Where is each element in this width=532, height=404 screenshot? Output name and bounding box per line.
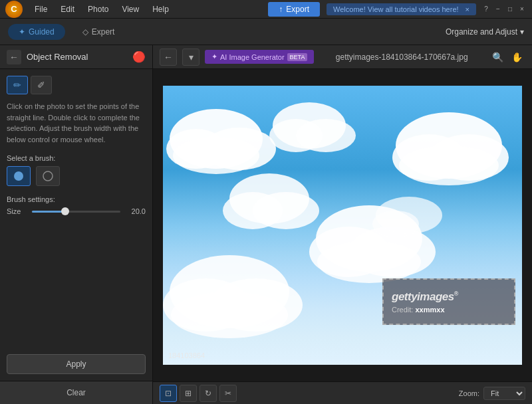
brush-tools: ✏ ✐ [7,76,146,94]
brush-option-2[interactable] [36,166,60,186]
notification-bar: Welcome! View all tutorial videos here! … [327,3,476,15]
panel-close-button[interactable]: 🔴 [132,50,146,63]
slider-thumb[interactable] [61,207,69,215]
watermark-box: gettyimages® Credit: xxmmxx [382,278,515,325]
menu-help[interactable]: Help [146,2,176,17]
minimize-button[interactable]: − [493,5,503,14]
photo-container: gettyimages® Credit: xxmmxx 184103864 [163,86,522,365]
notification-close[interactable]: × [466,5,469,13]
guided-mode-button[interactable]: ✦ Guided [8,24,65,40]
size-slider-row: Size 20.0 [7,207,146,215]
left-panel: ← Object Removal 🔴 ✏ ✐ Click on the phot… [0,45,153,404]
export-button[interactable]: Export [268,2,320,17]
bottom-toolbar: ⊡ ⊞ ↻ ✂ Zoom: Fit 25% 50% 75% 100% 150% … [153,381,532,404]
trademark-icon: ® [454,290,458,297]
slider-fill [32,211,63,213]
zoom-row: Zoom: Fit 25% 50% 75% 100% 150% 200% [459,387,525,400]
brush-soft-icon [41,169,55,183]
menu-view[interactable]: View [115,2,146,17]
panel-header: ← Object Removal 🔴 [0,45,152,69]
svg-point-0 [14,171,23,181]
clear-button[interactable]: Clear [0,381,152,404]
guided-label: Guided [29,27,55,37]
panel-content: ✏ ✐ Click on the photo to set the points… [0,69,152,354]
beta-badge: BETA [287,53,308,61]
zoom-select[interactable]: Fit 25% 50% 75% 100% 150% 200% [483,387,525,400]
instructions-text: Click on the photo to set the points of … [7,101,146,145]
search-icon-button[interactable]: 🔍 [489,50,506,64]
right-toolbar: ← ▾ ✦ AI Image Generator BETA gettyimage… [153,45,532,69]
apply-button[interactable]: Apply [7,354,146,374]
mode-toolbar: ✦ Guided ◇ Expert Organize and Adjust ▾ [0,19,532,45]
size-label: Size [7,207,27,215]
menu-file[interactable]: File [28,2,54,17]
window-controls: ? − □ × [481,5,527,14]
app-logo: C [5,1,23,18]
organize-button[interactable]: Organize and Adjust ▾ [446,27,524,37]
brush-option-1[interactable] [7,166,31,186]
notification-text: Welcome! View all tutorial videos here! [333,5,459,13]
credit-value: xxmmxx [415,306,444,314]
chevron-down-icon: ▾ [520,27,524,37]
brush-settings-label: Brush settings: [7,195,146,203]
panel-title: Object Removal [27,52,132,62]
brush-tool-straight[interactable]: ✏ [7,76,28,94]
rotate-button[interactable]: ↻ [200,385,217,402]
filename-label: gettyimages-184103864-170667a.jpg [319,52,484,62]
nav-back-button[interactable]: ← [160,49,177,66]
maximize-button[interactable]: □ [505,5,515,14]
brush-straight-icon: ✏ [13,80,21,90]
view-grid-button[interactable]: ⊞ [180,385,197,402]
select-brush-label: Select a brush: [7,154,146,162]
nav-more-button[interactable]: ▾ [182,49,200,66]
size-value: 20.0 [126,207,146,215]
expert-mode-button[interactable]: ◇ Expert [72,24,126,40]
menu-bar: C File Edit Photo View Help Export Welco… [0,0,532,19]
svg-point-23 [171,292,288,338]
brush-solid-icon [11,169,26,183]
expert-label: Expert [92,27,115,37]
guided-icon: ✦ [19,27,25,37]
photo-id: 184103864 [168,352,205,359]
ai-generator-button[interactable]: ✦ AI Image Generator BETA [205,50,314,64]
svg-point-15 [253,192,319,229]
ai-sparkle-icon: ✦ [211,52,217,61]
brush-freehand-icon: ✐ [37,80,45,90]
view-single-button[interactable]: ⊡ [160,385,177,402]
expert-icon: ◇ [82,27,88,37]
canvas-area[interactable]: gettyimages® Credit: xxmmxx 184103864 [153,69,532,381]
menu-edit[interactable]: Edit [54,2,81,17]
svg-point-1 [43,171,53,181]
toolbar-right: Organize and Adjust ▾ [446,27,524,37]
photo-background: gettyimages® Credit: xxmmxx 184103864 [163,86,522,365]
ai-button-label: AI Image Generator [220,53,285,61]
logo-char: C [11,4,17,14]
panel-back-button[interactable]: ← [7,50,21,64]
zoom-label: Zoom: [459,389,479,397]
help-button[interactable]: ? [481,5,491,14]
svg-point-5 [173,137,259,174]
menu-photo[interactable]: Photo [81,2,115,17]
hand-icon-button[interactable]: ✋ [509,50,525,64]
organize-label: Organize and Adjust [446,27,517,37]
crop-button[interactable]: ✂ [219,385,237,402]
brush-options [7,166,146,186]
svg-point-19 [317,241,421,283]
svg-point-8 [296,119,356,152]
close-button[interactable]: × [517,5,527,14]
menu-items: File Edit Photo View Help [28,2,176,17]
watermark-logo: gettyimages® [392,290,506,304]
svg-point-12 [399,146,499,185]
watermark-credit: Credit: xxmmxx [392,306,506,314]
svg-point-25 [372,211,419,237]
right-area: ← ▾ ✦ AI Image Generator BETA gettyimage… [153,45,532,404]
brush-tool-freehand[interactable]: ✐ [31,76,52,94]
main-area: ← Object Removal 🔴 ✏ ✐ Click on the phot… [0,45,532,404]
view-icons: 🔍 ✋ [489,50,525,64]
size-slider[interactable] [32,211,120,213]
